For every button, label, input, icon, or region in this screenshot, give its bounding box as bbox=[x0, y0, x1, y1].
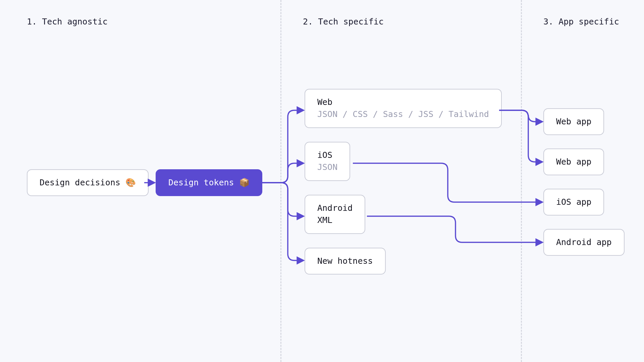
node-title: Android bbox=[317, 203, 353, 213]
node-label: Web app bbox=[556, 117, 591, 126]
node-web: Web JSON / CSS / Sass / JSS / Tailwind bbox=[305, 89, 502, 128]
node-new-hotness: New hotness bbox=[305, 248, 386, 275]
node-title: iOS bbox=[317, 150, 332, 160]
node-label: Android app bbox=[556, 237, 612, 247]
divider-2 bbox=[521, 0, 522, 362]
node-app-web-2: Web app bbox=[543, 148, 604, 175]
node-design-decisions: Design decisions 🎨 bbox=[27, 169, 149, 196]
section-label-2: 2. Tech specific bbox=[303, 17, 384, 26]
node-android: Android XML bbox=[305, 195, 365, 234]
node-ios: iOS JSON bbox=[305, 142, 350, 181]
node-label: Design tokens 📦 bbox=[168, 178, 250, 187]
section-label-1: 1. Tech agnostic bbox=[27, 17, 108, 26]
node-label: iOS app bbox=[556, 197, 591, 207]
node-label: Design decisions 🎨 bbox=[40, 178, 136, 187]
node-subtitle: JSON / CSS / Sass / JSS / Tailwind bbox=[317, 109, 489, 119]
node-subtitle: JSON bbox=[317, 162, 337, 172]
node-subtitle: XML bbox=[317, 215, 332, 225]
section-label-3: 3. App specific bbox=[543, 17, 619, 26]
node-label: New hotness bbox=[317, 256, 373, 266]
node-app-web-1: Web app bbox=[543, 108, 604, 135]
divider-1 bbox=[280, 0, 281, 362]
node-label: Web app bbox=[556, 157, 591, 167]
node-design-tokens: Design tokens 📦 bbox=[156, 169, 262, 196]
node-app-android: Android app bbox=[543, 229, 625, 256]
node-title: Web bbox=[317, 97, 332, 107]
node-app-ios: iOS app bbox=[543, 189, 604, 216]
